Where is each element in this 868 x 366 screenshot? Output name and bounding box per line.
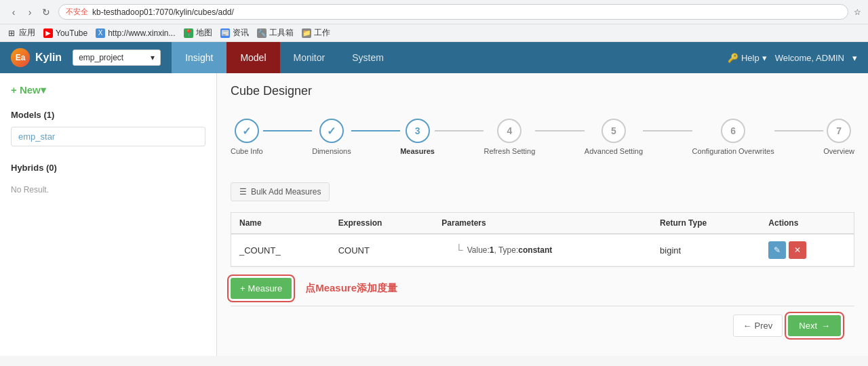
bulk-add-measures-button[interactable]: ☰ Bulk Add Measures xyxy=(231,182,330,201)
col-expression: Expression xyxy=(330,213,434,234)
tab-system[interactable]: System xyxy=(338,42,397,73)
user-dropdown-icon: ▾ xyxy=(852,53,857,63)
step-5-circle: 5 xyxy=(601,119,626,143)
step-3-circle: 3 xyxy=(406,119,430,143)
next-button[interactable]: Next → xyxy=(788,315,841,336)
table-body: _COUNT_ COUNT └ Value:1, Type:constant b… xyxy=(231,234,854,266)
main-content: Cube Designer ✓ Cube Info ✓ Dimensions xyxy=(217,73,868,356)
hint-text: 点Measure添加度量 xyxy=(305,282,397,295)
checkmark-icon: ✓ xyxy=(242,125,251,138)
step-1-circle: ✓ xyxy=(235,119,259,143)
plus-icon: + xyxy=(240,283,245,293)
prev-button[interactable]: ← Prev xyxy=(733,314,783,337)
step-3-number: 3 xyxy=(415,125,420,136)
param-value: 1 xyxy=(490,245,494,255)
no-result-text: No Result. xyxy=(11,180,205,200)
step-4-circle: 4 xyxy=(497,119,521,143)
step-2-label: Dimensions xyxy=(312,147,351,155)
col-parameters: Parameters xyxy=(433,213,652,234)
hybrids-section-title: Hybrids (0) xyxy=(11,163,205,173)
action-buttons: ✎ ✕ xyxy=(768,241,846,259)
step-4: 4 Refresh Setting xyxy=(484,119,535,155)
col-return-type: Return Type xyxy=(652,213,760,234)
logo-icon: Ea xyxy=(11,48,30,67)
app-name: Kylin xyxy=(35,52,62,64)
cell-actions: ✎ ✕ xyxy=(760,234,854,266)
param-value-label: Value:1, Type:constant xyxy=(467,245,553,255)
models-section-title: Models (1) xyxy=(11,110,205,120)
edit-button[interactable]: ✎ xyxy=(768,241,786,259)
step-2: ✓ Dimensions xyxy=(312,119,351,155)
bookmark-map[interactable]: 📍 地图 xyxy=(184,27,212,39)
step-7-number: 7 xyxy=(836,125,842,136)
welcome-text: Welcome, ADMIN xyxy=(775,53,844,63)
bookmark-work[interactable]: 📁 工作 xyxy=(302,27,330,39)
step-4-number: 4 xyxy=(507,125,512,136)
browser-bar: ‹ › ↻ 不安全 kb-testhadoop01:7070/kylin/cub… xyxy=(0,0,868,24)
app-logo: Ea Kylin xyxy=(0,48,73,67)
address-bar[interactable]: 不安全 kb-testhadoop01:7070/kylin/cubes/add… xyxy=(58,4,848,20)
security-warning: 不安全 xyxy=(66,7,88,17)
step-1-label: Cube Info xyxy=(231,147,263,155)
param-type: constant xyxy=(518,245,552,255)
add-measure-button[interactable]: + Measure xyxy=(231,278,292,299)
tab-model[interactable]: Model xyxy=(226,42,279,73)
xinxin-icon: X xyxy=(96,28,105,38)
app-nav: Ea Kylin emp_project ▾ Insight Model Mon… xyxy=(0,42,868,73)
checkmark-icon-2: ✓ xyxy=(327,125,336,138)
step-6-circle: 6 xyxy=(721,119,745,143)
param-indent: └ Value:1, Type:constant xyxy=(441,244,644,256)
table-row: _COUNT_ COUNT └ Value:1, Type:constant b… xyxy=(231,234,854,266)
tab-insight[interactable]: Insight xyxy=(172,42,226,73)
youtube-icon: ▶ xyxy=(43,28,53,38)
address-text: kb-testhadoop01:7070/kylin/cubes/add/ xyxy=(92,7,234,17)
bookmark-tools[interactable]: 🔧 工具箱 xyxy=(257,27,294,39)
delete-button[interactable]: ✕ xyxy=(789,241,806,259)
work-icon: 📁 xyxy=(302,28,311,38)
step-2-circle: ✓ xyxy=(319,119,344,143)
connector-3 xyxy=(435,130,484,131)
table-header: Name Expression Parameters Return Type A… xyxy=(231,213,854,234)
step-6: 6 Configuration Overwrites xyxy=(692,119,774,155)
step-3-label: Measures xyxy=(400,147,435,155)
step-1: ✓ Cube Info xyxy=(231,119,263,155)
main-layout: + New▾ Models (1) emp_star Hybrids (0) N… xyxy=(0,73,868,356)
bottom-bar: ← Prev Next → xyxy=(231,306,854,345)
map-icon: 📍 xyxy=(184,28,193,38)
help-icon: 🔑 xyxy=(728,53,738,63)
forward-button[interactable]: › xyxy=(23,5,37,19)
refresh-button[interactable]: ↻ xyxy=(39,5,53,19)
help-button[interactable]: 🔑 Help ▾ xyxy=(728,53,767,63)
param-line-icon: └ xyxy=(455,244,462,256)
bookmark-xinxin[interactable]: X http://www.xinxin... xyxy=(96,28,175,38)
bookmark-icon[interactable]: ☆ xyxy=(854,7,861,17)
measures-table: Name Expression Parameters Return Type A… xyxy=(231,213,854,266)
connector-1 xyxy=(263,130,313,131)
stepper: ✓ Cube Info ✓ Dimensions 3 Measures xyxy=(231,112,854,162)
step-5-label: Advanced Setting xyxy=(585,147,643,155)
step-4-label: Refresh Setting xyxy=(484,147,535,155)
step-5: 5 Advanced Setting xyxy=(585,119,643,155)
bookmark-youtube[interactable]: ▶ YouTube xyxy=(43,28,87,38)
header-row: Name Expression Parameters Return Type A… xyxy=(231,213,854,234)
step-5-number: 5 xyxy=(611,125,616,136)
project-selector[interactable]: emp_project ▾ xyxy=(73,49,161,66)
back-button[interactable]: ‹ xyxy=(7,5,20,19)
cell-expression: COUNT xyxy=(330,234,434,266)
nav-arrows[interactable]: ‹ › ↻ xyxy=(7,5,53,19)
step-6-label: Configuration Overwrites xyxy=(692,147,774,155)
dropdown-arrow-icon: ▾ xyxy=(151,53,155,62)
prev-arrow-icon: ← xyxy=(743,321,752,331)
nav-right: 🔑 Help ▾ Welcome, ADMIN ▾ xyxy=(728,53,868,63)
bookmark-apps[interactable]: ⊞ 应用 xyxy=(7,27,35,39)
bookmarks-bar: ⊞ 应用 ▶ YouTube X http://www.xinxin... 📍 … xyxy=(0,24,868,42)
col-name: Name xyxy=(231,213,330,234)
cube-designer-title: Cube Designer xyxy=(231,84,854,98)
model-item[interactable]: emp_star xyxy=(11,127,205,146)
tab-monitor[interactable]: Monitor xyxy=(280,42,339,73)
step-7-label: Overview xyxy=(823,147,854,155)
new-button[interactable]: + New▾ xyxy=(11,84,205,96)
bookmark-news[interactable]: 📰 资讯 xyxy=(220,27,249,39)
step-7-circle: 7 xyxy=(827,119,851,143)
step-6-number: 6 xyxy=(730,125,736,136)
